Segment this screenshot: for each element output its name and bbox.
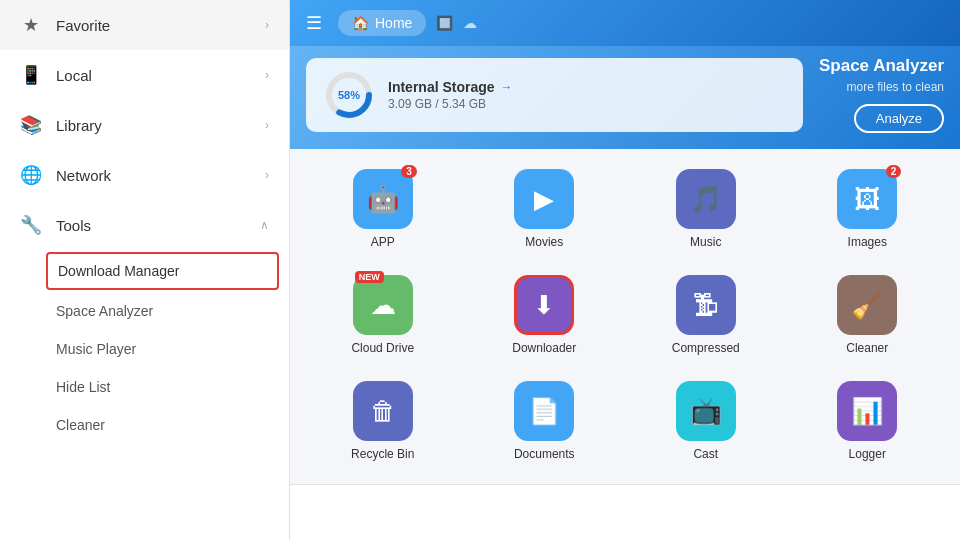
sidebar-sub-item-hide-list[interactable]: Hide List [0,368,289,406]
grid-label-compressed: Compressed [672,341,740,355]
storage-title-text: Internal Storage [388,79,495,95]
space-analyzer-box: Space Analyzer more files to clean Analy… [819,56,944,133]
home-label: Home [375,15,412,31]
sidebar-item-tools[interactable]: 🔧 Tools ∧ [0,200,289,250]
sidebar-item-network[interactable]: 🌐 Network › [0,150,289,200]
new-badge-cloud-drive: NEW [355,271,384,283]
grid-icon-box-documents: 📄 [514,381,574,441]
sidebar-item-local[interactable]: 📱 Local › [0,50,289,100]
local-icon: 📱 [20,64,42,86]
grid-label-logger: Logger [849,447,886,461]
sidebar-item-library[interactable]: 📚 Library › [0,100,289,150]
sidebar-label-library: Library [56,117,102,134]
sidebar-sub-item-music-player[interactable]: Music Player [0,330,289,368]
tools-icon: 🔧 [20,214,42,236]
badge-images: 2 [886,165,902,178]
grid-area: 🤖3APP▶Movies🎵Music🖼2Images☁NEWCloud Driv… [290,149,960,484]
grid-icon-box-logger: 📊 [837,381,897,441]
breadcrumb-item-1[interactable]: 🔲 [436,15,453,31]
library-icon: 📚 [20,114,42,136]
grid-item-cleaner[interactable]: 🧹Cleaner [791,267,945,363]
storage-arrow-icon: → [501,80,513,94]
grid-label-music: Music [690,235,721,249]
grid-item-music[interactable]: 🎵Music [629,161,783,257]
grid-item-downloader[interactable]: ⬇Downloader [468,267,622,363]
home-button[interactable]: 🏠 Home [338,10,426,36]
grid-label-cast: Cast [693,447,718,461]
grid-icon-box-music: 🎵 [676,169,736,229]
breadcrumb-item-2[interactable]: ☁ [463,15,477,31]
home-icon: 🏠 [352,15,369,31]
chevron-down-icon: › [265,18,269,32]
analyze-button[interactable]: Analyze [854,104,944,133]
grid-label-movies: Movies [525,235,563,249]
grid-icon-box-cleaner: 🧹 [837,275,897,335]
grid-item-documents[interactable]: 📄Documents [468,373,622,469]
grid-item-cloud-drive[interactable]: ☁NEWCloud Drive [306,267,460,363]
grid-label-recycle-bin: Recycle Bin [351,447,414,461]
grid-icon-box-movies: ▶ [514,169,574,229]
network-icon: 🌐 [20,164,42,186]
sidebar-sub-item-cleaner[interactable]: Cleaner [0,406,289,444]
storage-banner: 58% Internal Storage → 3.09 GB / 5.34 GB… [290,46,960,149]
grid-item-images[interactable]: 🖼2Images [791,161,945,257]
grid-label-images: Images [848,235,887,249]
grid-label-documents: Documents [514,447,575,461]
grid-item-recycle-bin[interactable]: 🗑Recycle Bin [306,373,460,469]
grid-icon-box-downloader: ⬇ [514,275,574,335]
sidebar-label-tools: Tools [56,217,91,234]
sidebar-sub-item-space-analyzer[interactable]: Space Analyzer [0,292,289,330]
chevron-down-icon: › [265,118,269,132]
sidebar-item-favorite[interactable]: ★ Favorite › [0,0,289,50]
favorite-icon: ★ [20,14,42,36]
storage-card: 58% Internal Storage → 3.09 GB / 5.34 GB [306,58,803,132]
grid-item-compressed[interactable]: 🗜Compressed [629,267,783,363]
main-content: ☰ 🏠 Home 🔲 ☁ 58% Internal Storage → 3. [290,0,960,540]
donut-percent-label: 58% [338,89,360,101]
grid-item-cast[interactable]: 📺Cast [629,373,783,469]
chevron-down-icon: › [265,68,269,82]
hamburger-menu-icon[interactable]: ☰ [306,12,322,34]
grid-label-app: APP [371,235,395,249]
grid-icon-box-images: 🖼2 [837,169,897,229]
space-analyzer-subtitle: more files to clean [819,80,944,94]
grid-label-downloader: Downloader [512,341,576,355]
grid-icon-box-recycle-bin: 🗑 [353,381,413,441]
bottom-nav [290,484,960,540]
grid-label-cloud-drive: Cloud Drive [351,341,414,355]
grid-item-logger[interactable]: 📊Logger [791,373,945,469]
sidebar-sub-item-download-manager[interactable]: Download Manager [46,252,279,290]
icon-grid: 🤖3APP▶Movies🎵Music🖼2Images☁NEWCloud Driv… [306,161,944,469]
grid-item-movies[interactable]: ▶Movies [468,161,622,257]
main-header: ☰ 🏠 Home 🔲 ☁ [290,0,960,46]
sidebar-label-favorite: Favorite [56,17,110,34]
storage-donut: 58% [324,70,374,120]
storage-info: Internal Storage → 3.09 GB / 5.34 GB [388,79,513,111]
grid-icon-box-cast: 📺 [676,381,736,441]
grid-label-cleaner: Cleaner [846,341,888,355]
storage-used-text: 3.09 GB / 5.34 GB [388,97,513,111]
grid-item-app[interactable]: 🤖3APP [306,161,460,257]
grid-icon-box-app: 🤖3 [353,169,413,229]
space-analyzer-title: Space Analyzer [819,56,944,76]
grid-icon-box-compressed: 🗜 [676,275,736,335]
sidebar-label-network: Network [56,167,111,184]
badge-app: 3 [401,165,417,178]
sidebar: ★ Favorite › 📱 Local › 📚 Library › 🌐 Net… [0,0,290,540]
grid-icon-box-cloud-drive: ☁NEW [353,275,413,335]
sidebar-label-local: Local [56,67,92,84]
chevron-down-icon: › [265,168,269,182]
chevron-up-icon: ∧ [260,218,269,232]
